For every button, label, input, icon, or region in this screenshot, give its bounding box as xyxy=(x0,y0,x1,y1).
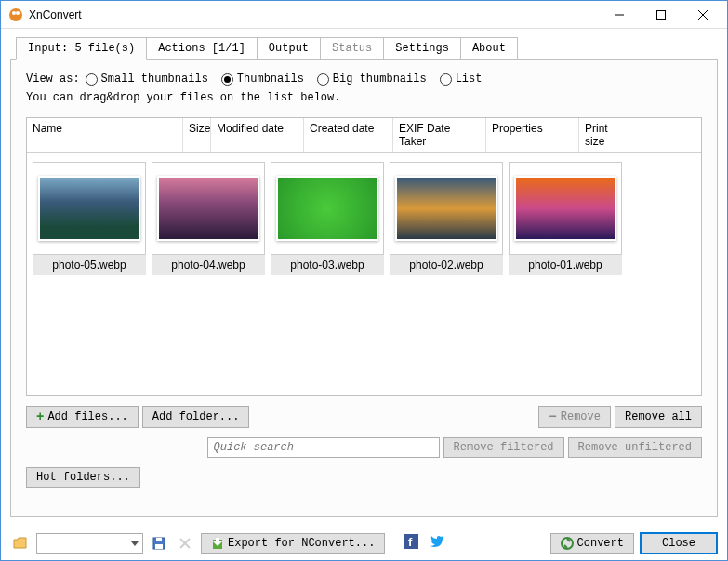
viewas-label: View as: xyxy=(26,73,80,86)
svg-point-0 xyxy=(9,8,22,21)
thumbnail-item[interactable]: photo-04.webp xyxy=(152,162,265,275)
svg-rect-4 xyxy=(656,10,665,19)
content-panel: View as: Small thumbnails Thumbnails Big… xyxy=(10,59,718,517)
radio-thumbnails[interactable]: Thumbnails xyxy=(221,73,304,86)
hot-folders-button[interactable]: Hot folders... xyxy=(26,467,140,488)
thumbnail-grid: photo-05.webpphoto-04.webpphoto-03.webpp… xyxy=(27,153,701,285)
tab-about[interactable]: About xyxy=(460,37,518,60)
facebook-icon[interactable]: f xyxy=(404,534,418,553)
export-nconvert-button[interactable]: Export for NConvert... xyxy=(201,533,385,554)
svg-point-1 xyxy=(12,11,16,15)
thumbnail-image xyxy=(276,176,378,241)
thumbnail-image xyxy=(514,176,616,241)
col-modified[interactable]: Modified date xyxy=(211,118,304,152)
svg-rect-9 xyxy=(156,538,162,541)
tab-input[interactable]: Input: 5 file(s) xyxy=(16,37,147,60)
thumbnail-frame xyxy=(33,162,146,255)
thumbnail-image xyxy=(395,176,497,241)
file-list-area[interactable]: Name Size Modified date Created date EXI… xyxy=(26,117,702,396)
thumbnail-label: photo-05.webp xyxy=(33,255,146,275)
convert-icon xyxy=(561,537,574,550)
open-folder-icon[interactable] xyxy=(10,533,31,554)
remove-all-button[interactable]: Remove all xyxy=(615,406,702,428)
twitter-icon[interactable] xyxy=(430,534,444,553)
column-header: Name Size Modified date Created date EXI… xyxy=(27,118,701,153)
thumbnail-label: photo-04.webp xyxy=(152,255,265,275)
app-icon xyxy=(8,7,23,22)
svg-rect-8 xyxy=(155,544,163,549)
close-button[interactable] xyxy=(682,1,723,28)
tab-status[interactable]: Status xyxy=(320,37,384,60)
remove-unfiltered-button[interactable]: Remove unfiltered xyxy=(568,437,702,458)
radio-small-thumbnails[interactable]: Small thumbnails xyxy=(86,73,208,86)
titlebar: XnConvert xyxy=(1,1,727,29)
minus-icon: − xyxy=(549,409,556,424)
add-files-button[interactable]: + Add files... xyxy=(26,406,139,428)
social-icons: f xyxy=(404,534,444,553)
col-created[interactable]: Created date xyxy=(304,118,393,152)
col-properties[interactable]: Properties xyxy=(486,118,579,152)
drag-drop-hint: You can drag&drop your files on the list… xyxy=(26,91,702,104)
col-name[interactable]: Name xyxy=(27,118,183,152)
maximize-button[interactable] xyxy=(640,1,682,28)
minimize-button[interactable] xyxy=(598,1,640,28)
thumbnail-image xyxy=(38,176,140,241)
col-exif[interactable]: EXIF Date Taker xyxy=(393,118,486,152)
remove-filtered-button[interactable]: Remove filtered xyxy=(443,437,564,458)
add-folder-button[interactable]: Add folder... xyxy=(142,406,250,428)
thumbnail-label: photo-02.webp xyxy=(390,255,503,275)
thumbnail-item[interactable]: photo-05.webp xyxy=(33,162,146,275)
chevron-down-icon xyxy=(131,541,139,546)
plus-icon: + xyxy=(36,409,44,424)
close-app-button[interactable]: Close xyxy=(640,532,718,554)
tab-output[interactable]: Output xyxy=(257,37,321,60)
thumbnail-item[interactable]: photo-01.webp xyxy=(509,162,622,275)
bottombar: Export for NConvert... f Convert Close xyxy=(1,527,727,560)
viewas-row: View as: Small thumbnails Thumbnails Big… xyxy=(26,73,702,86)
search-row: Remove filtered Remove unfiltered xyxy=(26,437,702,458)
save-icon[interactable] xyxy=(149,533,169,554)
thumbnail-frame xyxy=(390,162,503,255)
preset-dropdown[interactable] xyxy=(36,533,143,554)
thumbnail-label: photo-01.webp xyxy=(509,255,622,275)
thumbnail-label: photo-03.webp xyxy=(271,255,384,275)
radio-icon xyxy=(221,73,233,86)
radio-icon xyxy=(317,73,329,86)
thumbnail-image xyxy=(157,176,259,241)
svg-text:f: f xyxy=(408,535,413,549)
delete-icon[interactable] xyxy=(175,533,195,554)
thumbnail-frame xyxy=(509,162,622,255)
radio-big-thumbnails[interactable]: Big thumbnails xyxy=(317,73,427,86)
quick-search-input[interactable] xyxy=(207,437,440,458)
thumbnail-item[interactable]: photo-02.webp xyxy=(390,162,503,275)
convert-button[interactable]: Convert xyxy=(550,533,634,554)
radio-icon xyxy=(440,73,452,86)
hot-folders-row: Hot folders... xyxy=(26,467,702,488)
radio-icon xyxy=(86,73,98,86)
col-size[interactable]: Size xyxy=(183,118,211,152)
tabbar: Input: 5 file(s) Actions [1/1] Output St… xyxy=(1,29,727,59)
radio-list[interactable]: List xyxy=(440,73,483,86)
tab-actions[interactable]: Actions [1/1] xyxy=(146,37,258,60)
tab-settings[interactable]: Settings xyxy=(383,37,461,60)
window-controls xyxy=(598,1,723,28)
thumbnail-frame xyxy=(271,162,384,255)
thumbnail-item[interactable]: photo-03.webp xyxy=(271,162,384,275)
remove-button[interactable]: − Remove xyxy=(538,406,611,428)
button-row-1: + Add files... Add folder... − Remove Re… xyxy=(26,406,702,428)
col-printsize[interactable]: Print size xyxy=(579,118,635,152)
svg-point-2 xyxy=(16,11,20,15)
export-icon xyxy=(211,537,224,550)
window-title: XnConvert xyxy=(29,8,598,21)
thumbnail-frame xyxy=(152,162,265,255)
app-window: XnConvert Input: 5 file(s) Actions [1/1]… xyxy=(0,0,728,561)
